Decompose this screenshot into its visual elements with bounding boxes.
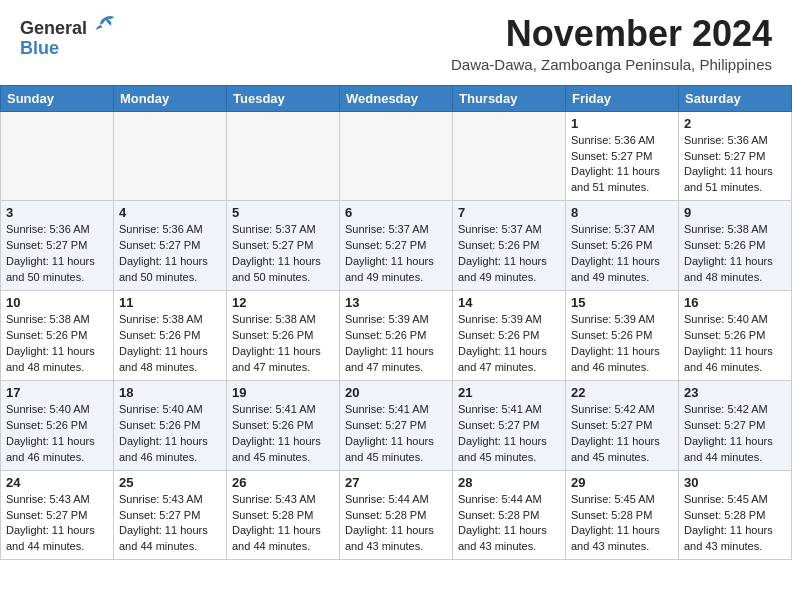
page-header: General Blue November 2024 Dawa-Dawa, Za… [0, 0, 792, 79]
day-info: Sunrise: 5:40 AM Sunset: 5:26 PM Dayligh… [6, 402, 108, 466]
calendar-day-cell: 26Sunrise: 5:43 AM Sunset: 5:28 PM Dayli… [227, 470, 340, 560]
calendar-day-cell: 27Sunrise: 5:44 AM Sunset: 5:28 PM Dayli… [340, 470, 453, 560]
day-number: 17 [6, 385, 108, 400]
day-number: 25 [119, 475, 221, 490]
weekday-header-wednesday: Wednesday [340, 85, 453, 111]
calendar-day-cell: 13Sunrise: 5:39 AM Sunset: 5:26 PM Dayli… [340, 291, 453, 381]
day-number: 3 [6, 205, 108, 220]
day-number: 23 [684, 385, 786, 400]
calendar-day-cell: 25Sunrise: 5:43 AM Sunset: 5:27 PM Dayli… [114, 470, 227, 560]
day-info: Sunrise: 5:39 AM Sunset: 5:26 PM Dayligh… [458, 312, 560, 376]
calendar-day-cell [114, 111, 227, 201]
calendar-day-cell: 24Sunrise: 5:43 AM Sunset: 5:27 PM Dayli… [1, 470, 114, 560]
day-number: 27 [345, 475, 447, 490]
calendar-day-cell: 4Sunrise: 5:36 AM Sunset: 5:27 PM Daylig… [114, 201, 227, 291]
calendar-day-cell [1, 111, 114, 201]
day-info: Sunrise: 5:41 AM Sunset: 5:26 PM Dayligh… [232, 402, 334, 466]
calendar-day-cell: 8Sunrise: 5:37 AM Sunset: 5:26 PM Daylig… [566, 201, 679, 291]
day-info: Sunrise: 5:44 AM Sunset: 5:28 PM Dayligh… [345, 492, 447, 556]
day-info: Sunrise: 5:37 AM Sunset: 5:27 PM Dayligh… [232, 222, 334, 286]
day-number: 26 [232, 475, 334, 490]
day-info: Sunrise: 5:36 AM Sunset: 5:27 PM Dayligh… [684, 133, 786, 197]
day-info: Sunrise: 5:42 AM Sunset: 5:27 PM Dayligh… [684, 402, 786, 466]
day-info: Sunrise: 5:38 AM Sunset: 5:26 PM Dayligh… [684, 222, 786, 286]
calendar-day-cell: 5Sunrise: 5:37 AM Sunset: 5:27 PM Daylig… [227, 201, 340, 291]
day-number: 19 [232, 385, 334, 400]
calendar-week-row: 3Sunrise: 5:36 AM Sunset: 5:27 PM Daylig… [1, 201, 792, 291]
day-info: Sunrise: 5:40 AM Sunset: 5:26 PM Dayligh… [119, 402, 221, 466]
weekday-header-tuesday: Tuesday [227, 85, 340, 111]
logo-general: General [20, 18, 87, 38]
day-info: Sunrise: 5:37 AM Sunset: 5:26 PM Dayligh… [571, 222, 673, 286]
day-number: 10 [6, 295, 108, 310]
day-number: 29 [571, 475, 673, 490]
day-info: Sunrise: 5:36 AM Sunset: 5:27 PM Dayligh… [6, 222, 108, 286]
calendar-day-cell: 7Sunrise: 5:37 AM Sunset: 5:26 PM Daylig… [453, 201, 566, 291]
day-number: 2 [684, 116, 786, 131]
logo-bird-icon [92, 14, 116, 34]
weekday-header-sunday: Sunday [1, 85, 114, 111]
day-number: 18 [119, 385, 221, 400]
calendar-table: SundayMondayTuesdayWednesdayThursdayFrid… [0, 85, 792, 561]
day-number: 30 [684, 475, 786, 490]
day-number: 5 [232, 205, 334, 220]
day-info: Sunrise: 5:42 AM Sunset: 5:27 PM Dayligh… [571, 402, 673, 466]
calendar-day-cell: 19Sunrise: 5:41 AM Sunset: 5:26 PM Dayli… [227, 380, 340, 470]
day-number: 22 [571, 385, 673, 400]
day-info: Sunrise: 5:36 AM Sunset: 5:27 PM Dayligh… [119, 222, 221, 286]
day-number: 13 [345, 295, 447, 310]
day-info: Sunrise: 5:37 AM Sunset: 5:26 PM Dayligh… [458, 222, 560, 286]
month-title: November 2024 [451, 14, 772, 54]
title-block: November 2024 Dawa-Dawa, Zamboanga Penin… [451, 14, 772, 73]
calendar-day-cell: 16Sunrise: 5:40 AM Sunset: 5:26 PM Dayli… [679, 291, 792, 381]
day-number: 24 [6, 475, 108, 490]
day-info: Sunrise: 5:45 AM Sunset: 5:28 PM Dayligh… [571, 492, 673, 556]
calendar-day-cell: 11Sunrise: 5:38 AM Sunset: 5:26 PM Dayli… [114, 291, 227, 381]
day-info: Sunrise: 5:39 AM Sunset: 5:26 PM Dayligh… [345, 312, 447, 376]
day-number: 21 [458, 385, 560, 400]
calendar-week-row: 10Sunrise: 5:38 AM Sunset: 5:26 PM Dayli… [1, 291, 792, 381]
day-info: Sunrise: 5:38 AM Sunset: 5:26 PM Dayligh… [232, 312, 334, 376]
day-number: 8 [571, 205, 673, 220]
calendar-day-cell: 29Sunrise: 5:45 AM Sunset: 5:28 PM Dayli… [566, 470, 679, 560]
day-number: 14 [458, 295, 560, 310]
day-info: Sunrise: 5:41 AM Sunset: 5:27 PM Dayligh… [458, 402, 560, 466]
logo: General Blue [20, 14, 116, 59]
calendar-day-cell: 2Sunrise: 5:36 AM Sunset: 5:27 PM Daylig… [679, 111, 792, 201]
calendar-week-row: 24Sunrise: 5:43 AM Sunset: 5:27 PM Dayli… [1, 470, 792, 560]
day-info: Sunrise: 5:39 AM Sunset: 5:26 PM Dayligh… [571, 312, 673, 376]
day-number: 4 [119, 205, 221, 220]
day-number: 6 [345, 205, 447, 220]
calendar-week-row: 1Sunrise: 5:36 AM Sunset: 5:27 PM Daylig… [1, 111, 792, 201]
day-info: Sunrise: 5:38 AM Sunset: 5:26 PM Dayligh… [119, 312, 221, 376]
calendar-day-cell: 30Sunrise: 5:45 AM Sunset: 5:28 PM Dayli… [679, 470, 792, 560]
day-info: Sunrise: 5:40 AM Sunset: 5:26 PM Dayligh… [684, 312, 786, 376]
calendar-header-row: SundayMondayTuesdayWednesdayThursdayFrid… [1, 85, 792, 111]
calendar-day-cell: 9Sunrise: 5:38 AM Sunset: 5:26 PM Daylig… [679, 201, 792, 291]
day-info: Sunrise: 5:37 AM Sunset: 5:27 PM Dayligh… [345, 222, 447, 286]
day-info: Sunrise: 5:41 AM Sunset: 5:27 PM Dayligh… [345, 402, 447, 466]
day-number: 12 [232, 295, 334, 310]
calendar-day-cell [227, 111, 340, 201]
calendar-day-cell: 18Sunrise: 5:40 AM Sunset: 5:26 PM Dayli… [114, 380, 227, 470]
day-info: Sunrise: 5:44 AM Sunset: 5:28 PM Dayligh… [458, 492, 560, 556]
calendar-day-cell: 14Sunrise: 5:39 AM Sunset: 5:26 PM Dayli… [453, 291, 566, 381]
day-number: 1 [571, 116, 673, 131]
calendar-day-cell: 20Sunrise: 5:41 AM Sunset: 5:27 PM Dayli… [340, 380, 453, 470]
calendar-day-cell: 1Sunrise: 5:36 AM Sunset: 5:27 PM Daylig… [566, 111, 679, 201]
calendar-day-cell [340, 111, 453, 201]
calendar-day-cell: 3Sunrise: 5:36 AM Sunset: 5:27 PM Daylig… [1, 201, 114, 291]
calendar-day-cell: 21Sunrise: 5:41 AM Sunset: 5:27 PM Dayli… [453, 380, 566, 470]
calendar-day-cell: 15Sunrise: 5:39 AM Sunset: 5:26 PM Dayli… [566, 291, 679, 381]
day-number: 20 [345, 385, 447, 400]
calendar-day-cell: 28Sunrise: 5:44 AM Sunset: 5:28 PM Dayli… [453, 470, 566, 560]
day-number: 9 [684, 205, 786, 220]
day-number: 7 [458, 205, 560, 220]
day-info: Sunrise: 5:43 AM Sunset: 5:27 PM Dayligh… [6, 492, 108, 556]
day-info: Sunrise: 5:38 AM Sunset: 5:26 PM Dayligh… [6, 312, 108, 376]
day-info: Sunrise: 5:43 AM Sunset: 5:28 PM Dayligh… [232, 492, 334, 556]
day-info: Sunrise: 5:45 AM Sunset: 5:28 PM Dayligh… [684, 492, 786, 556]
calendar-day-cell: 17Sunrise: 5:40 AM Sunset: 5:26 PM Dayli… [1, 380, 114, 470]
weekday-header-thursday: Thursday [453, 85, 566, 111]
calendar-day-cell: 23Sunrise: 5:42 AM Sunset: 5:27 PM Dayli… [679, 380, 792, 470]
